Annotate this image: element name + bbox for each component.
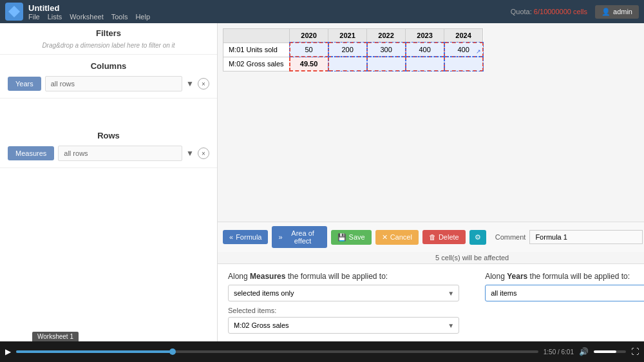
selected-items-select[interactable]: M:02 Gross sales [228, 317, 459, 334]
cell-1-4[interactable] [444, 57, 483, 71]
progress-fill [16, 350, 173, 353]
table-header-empty [223, 29, 290, 43]
topbar-left: Untitled File Lists Worksheet Tools Help [5, 3, 150, 21]
columns-filter-icon[interactable]: ▼ [186, 79, 194, 88]
formula-bar: « Formula » Area of effect 💾 Save ✕ Canc… [218, 222, 644, 252]
table-area: 2020 2021 2022 2023 2024 M:01 Units sold… [218, 23, 644, 222]
play-button[interactable]: ▶ [5, 347, 11, 356]
measures-select[interactable]: selected items only all items [228, 285, 459, 301]
cell-0-3[interactable]: 400 [406, 43, 444, 57]
save-button[interactable]: 💾 Save [331, 230, 372, 245]
cell-0-0[interactable]: 50 [290, 43, 328, 57]
measures-col: Along Measures the formula will be appli… [228, 272, 459, 334]
menu-file[interactable]: File [28, 13, 40, 21]
years-select[interactable]: all items selected items only [485, 285, 644, 301]
selected-items-label: Selected items: [228, 307, 459, 314]
main-layout: Filters Drag&drop a dimension label here… [0, 23, 644, 341]
measures-text: Along Measures the formula will be appli… [228, 272, 459, 281]
row-label-1: M:02 Gross sales [223, 57, 290, 71]
columns-section: Columns Years all rows ▼ × [0, 55, 217, 99]
table-header-row: 2020 2021 2022 2023 2024 [223, 29, 483, 43]
rows-title: Rows [8, 131, 209, 140]
formula-chevron-icon: « [229, 233, 233, 241]
comment-label: Comment [495, 233, 526, 241]
delete-button[interactable]: 🗑 Delete [422, 230, 466, 244]
table-row: M:01 Units sold 50 200 300 400 400 ↗ [223, 43, 483, 57]
columns-filter-text: all rows [45, 76, 182, 91]
rows-section: Rows Measures all rows ▼ × [0, 124, 217, 168]
measures-select-wrap: selected items only all items [228, 285, 459, 301]
settings-button[interactable]: ⚙ [469, 230, 486, 245]
table-header-2021: 2021 [328, 29, 367, 43]
table-header-2020: 2020 [290, 29, 328, 43]
years-select-wrap: all items selected items only [485, 285, 644, 301]
topbar: Untitled File Lists Worksheet Tools Help… [0, 0, 644, 23]
rows-row: Measures all rows ▼ × [8, 146, 209, 161]
row-label-0: M:01 Units sold [223, 43, 290, 57]
rows-filter-icon[interactable]: ▼ [186, 149, 194, 158]
rows-filter-text: all rows [58, 146, 182, 161]
delete-icon: 🗑 [429, 233, 436, 241]
cell-1-0[interactable]: 49.50 [290, 57, 328, 71]
topbar-right: Quota: 6/10000000 cells 👤 admin [511, 5, 639, 19]
measures-badge[interactable]: Measures [8, 146, 54, 160]
cell-0-1[interactable]: 200 [328, 43, 367, 57]
cell-1-1[interactable] [328, 57, 367, 71]
volume-icon[interactable]: 🔊 [579, 347, 589, 356]
table-row: M:02 Gross sales 49.50 [223, 57, 483, 71]
comment-input[interactable] [529, 230, 642, 244]
volume-bar[interactable] [594, 350, 626, 353]
volume-fill [594, 350, 616, 353]
years-text: Along Years the formula will be applied … [485, 272, 644, 281]
user-button[interactable]: 👤 admin [595, 5, 639, 19]
formula-button[interactable]: « Formula [223, 230, 268, 244]
time-display: 1:50 / 6:01 [544, 348, 574, 356]
area-of-effect-button[interactable]: » Area of effect [272, 226, 327, 248]
menu-worksheet[interactable]: Worksheet [70, 13, 103, 21]
table-header-2023: 2023 [406, 29, 444, 43]
content-area: 2020 2021 2022 2023 2024 M:01 Units sold… [218, 23, 644, 341]
cells-affected: 5 cell(s) will be affected [218, 252, 644, 263]
progress-thumb [169, 348, 176, 355]
data-table: 2020 2021 2022 2023 2024 M:01 Units sold… [223, 28, 484, 71]
formula-settings-row: Along Measures the formula will be appli… [228, 272, 644, 334]
selected-items-select-wrap: M:02 Gross sales [228, 317, 459, 334]
menu-help[interactable]: Help [135, 13, 150, 21]
columns-clear-icon[interactable]: × [198, 78, 209, 90]
menu-tools[interactable]: Tools [111, 13, 128, 21]
cell-0-4[interactable]: 400 ↗ [444, 43, 483, 57]
filters-section: Filters Drag&drop a dimension label here… [0, 23, 217, 55]
quota-text: Quota: 6/10000000 cells [511, 8, 587, 15]
progress-bar[interactable] [16, 350, 538, 353]
cancel-icon: ✕ [382, 233, 388, 242]
app-icon [5, 3, 23, 21]
menu-bar: File Lists Worksheet Tools Help [28, 13, 150, 21]
columns-row: Years all rows ▼ × [8, 76, 209, 91]
save-icon: 💾 [337, 233, 346, 242]
worksheet-tab[interactable]: Worksheet 1 [32, 332, 79, 341]
video-bar: ▶ 1:50 / 6:01 🔊 ⛶ Worksheet 1 [0, 341, 644, 362]
fullscreen-button[interactable]: ⛶ [631, 347, 639, 356]
filters-hint: Drag&drop a dimension label here to filt… [8, 42, 209, 49]
sidebar: Filters Drag&drop a dimension label here… [0, 23, 218, 341]
app-title: Untitled [28, 3, 150, 13]
menu-lists[interactable]: Lists [48, 13, 62, 21]
table-header-2022: 2022 [367, 29, 406, 43]
columns-title: Columns [8, 61, 209, 71]
years-badge[interactable]: Years [8, 77, 41, 91]
cell-0-2[interactable]: 300 [367, 43, 406, 57]
formula-settings: Along Measures the formula will be appli… [218, 263, 644, 341]
cell-1-3[interactable] [406, 57, 444, 71]
table-header-2024: 2024 [444, 29, 483, 43]
cell-1-2[interactable] [367, 57, 406, 71]
area-chevron-icon: » [278, 233, 282, 241]
filters-title: Filters [8, 28, 209, 38]
years-col: Along Years the formula will be applied … [485, 272, 644, 334]
rows-clear-icon[interactable]: × [198, 148, 209, 159]
cancel-button[interactable]: ✕ Cancel [375, 230, 419, 245]
